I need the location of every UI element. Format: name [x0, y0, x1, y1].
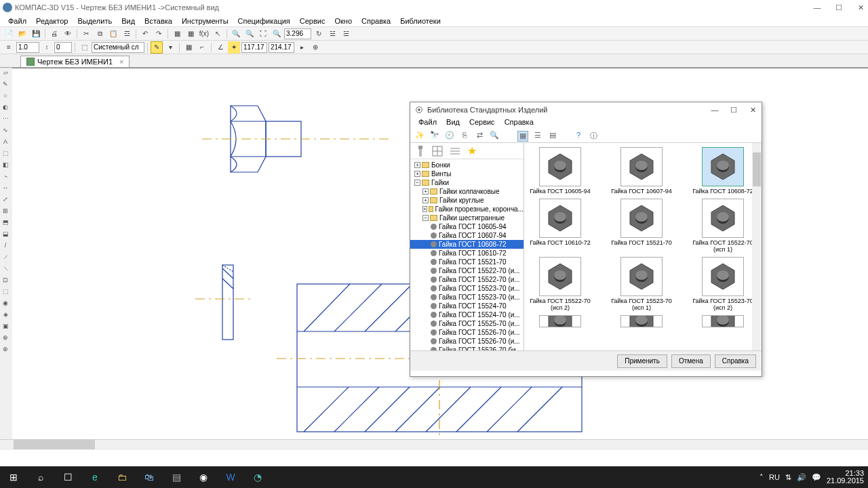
scrollbar-thumb[interactable] — [14, 440, 95, 449]
vtool-25[interactable]: ⊗ — [0, 346, 11, 357]
tree-row[interactable]: Гайка ГОСТ 15522-70 (и... — [410, 266, 524, 275]
tree-row[interactable]: Гайка ГОСТ 15523-70 (и... — [410, 293, 524, 302]
cursor-icon[interactable]: ↖ — [212, 28, 224, 40]
menu-libraries[interactable]: Библиотеки — [396, 16, 445, 26]
tree-row[interactable]: Гайка ГОСТ 15523-70 (и... — [410, 284, 524, 293]
tree-row[interactable]: Гайка ГОСТ 10607-94 — [410, 231, 524, 240]
gallery-item[interactable]: Гайка ГОСТ 15523-70 (исп 1) — [611, 257, 672, 311]
bolt-tab-icon[interactable] — [416, 145, 425, 157]
clock[interactable]: 21:33 21.09.2015 — [827, 470, 864, 485]
word-icon[interactable]: W — [217, 466, 244, 488]
tree-row[interactable]: +Винты — [410, 169, 524, 178]
refresh-icon[interactable]: ↻ — [313, 28, 325, 40]
tree-row[interactable]: Гайка ГОСТ 15521-70 — [410, 258, 524, 266]
tree-row[interactable]: +Гайки круглые — [410, 196, 524, 205]
view-list-icon[interactable]: ☰ — [532, 131, 543, 142]
menu-service[interactable]: Сервис — [296, 16, 330, 26]
gallery-item[interactable]: Гайка ГОСТ 10605-94 — [530, 147, 591, 195]
history-icon[interactable]: 🕘 — [444, 131, 455, 142]
vtool-4[interactable]: ◐ — [0, 104, 11, 115]
document-tab[interactable]: Чертеж БЕЗ ИМЕНИ1 × — [20, 56, 130, 67]
menu-help[interactable]: Справка — [357, 16, 395, 26]
vtool-11[interactable]: ↔ — [0, 184, 11, 195]
menu-tools[interactable]: Инструменты — [178, 16, 233, 26]
angle-icon[interactable]: ∠ — [214, 41, 226, 54]
gallery-item[interactable] — [530, 315, 591, 327]
tree-row[interactable]: Гайка ГОСТ 15522-70 (и... — [410, 275, 524, 284]
paste-icon[interactable]: 📋 — [107, 28, 119, 40]
gallery-item[interactable]: Гайка ГОСТ 10610-72 — [530, 199, 591, 253]
store-icon[interactable]: 🛍 — [136, 466, 163, 488]
vtool-13[interactable]: ⊞ — [0, 207, 11, 218]
vtool-16[interactable]: / — [0, 242, 11, 253]
menu-window[interactable]: Окно — [330, 16, 356, 26]
tree-row[interactable]: Гайка ГОСТ 10605-94 — [410, 222, 524, 231]
vtool-10[interactable]: ⍀ — [0, 173, 11, 184]
view-input[interactable] — [92, 42, 144, 53]
step-icon[interactable]: ↕ — [41, 41, 53, 54]
app1-icon[interactable]: ▤ — [163, 466, 190, 488]
vtool-15[interactable]: ⬓ — [0, 230, 11, 241]
vtool-3[interactable]: ○ — [0, 92, 11, 103]
grid2-icon[interactable]: ▦ — [184, 28, 197, 40]
undo-icon[interactable]: ↶ — [139, 28, 151, 40]
vtool-17[interactable]: ⟋ — [0, 253, 11, 264]
lib-menu-service[interactable]: Сервис — [465, 117, 499, 129]
menu-select[interactable]: Выделить — [73, 16, 116, 26]
info-icon[interactable]: ⓘ — [588, 131, 599, 142]
preview-icon[interactable]: 👁 — [62, 28, 74, 40]
vtool-8[interactable]: ⬚ — [0, 150, 11, 161]
gallery-item[interactable]: Гайка ГОСТ 15523-70 (исп 2) — [692, 257, 753, 311]
vtool-7[interactable]: A — [0, 138, 11, 149]
tree-row[interactable]: Гайка ГОСТ 15524-70 (и... — [410, 310, 524, 319]
gallery-item[interactable] — [692, 315, 753, 327]
gallery-item[interactable]: Гайка ГОСТ 15522-70 (исп 1) — [692, 199, 753, 253]
volume-icon[interactable]: 🔊 — [797, 473, 806, 482]
zoom-input[interactable] — [284, 28, 311, 39]
props-icon[interactable]: ☲ — [121, 28, 133, 40]
ref-icon[interactable]: ✦ — [228, 41, 240, 54]
ortho-icon[interactable]: ⌐ — [196, 41, 208, 54]
view-large-icon[interactable]: ▦ — [517, 131, 528, 142]
grid-snap-icon[interactable]: ▦ — [182, 41, 195, 54]
maximize-button[interactable]: ☐ — [834, 3, 844, 12]
y-input[interactable] — [269, 42, 294, 53]
save-icon[interactable]: 💾 — [30, 28, 42, 40]
insert-icon[interactable]: ⎘ — [459, 131, 470, 142]
vtool-2[interactable]: ✎ — [0, 81, 11, 92]
horizontal-scrollbar[interactable] — [0, 439, 868, 450]
star-tab-icon[interactable]: ★ — [467, 144, 477, 157]
tab-close-icon[interactable]: × — [119, 58, 123, 66]
menu-editor[interactable]: Редактор — [32, 16, 72, 26]
grid-tab-icon[interactable] — [432, 146, 443, 157]
start-button[interactable]: ⊞ — [0, 466, 27, 488]
vtool-21[interactable]: ◉ — [0, 300, 11, 310]
tree-row[interactable]: Гайка ГОСТ 15526-70 би... — [410, 346, 524, 350]
lang-indicator[interactable]: RU — [769, 473, 780, 481]
tree-row[interactable]: Гайка ГОСТ 15524-70 — [410, 302, 524, 310]
copy-icon[interactable]: ⧉ — [94, 28, 106, 40]
cancel-button[interactable]: Отмена — [671, 354, 711, 368]
lib-menu-view[interactable]: Вид — [442, 117, 464, 129]
tree-row[interactable]: Гайка ГОСТ 10608-72 — [410, 240, 524, 249]
tree-row[interactable]: +Гайки прорезные, коронча... — [410, 205, 524, 214]
highlight-icon[interactable]: ✎ — [151, 41, 163, 54]
tree-row[interactable]: Гайка ГОСТ 15525-70 (и... — [410, 319, 524, 328]
vtool-20[interactable]: ⬚ — [0, 288, 11, 299]
vtool-18[interactable]: ⟍ — [0, 265, 11, 276]
tree-row[interactable]: −Гайки — [410, 178, 524, 187]
tree-row[interactable]: +Гайки колпачковые — [410, 187, 524, 196]
vtool-24[interactable]: ⊕ — [0, 334, 11, 345]
binoculars-icon[interactable]: 🔭 — [429, 131, 440, 142]
lib-menu-help[interactable]: Справка — [500, 117, 538, 129]
network-icon[interactable]: ⇅ — [785, 473, 791, 482]
vtool-23[interactable]: ▣ — [0, 323, 11, 333]
redo-icon[interactable]: ↷ — [153, 28, 165, 40]
zoom-sel-icon[interactable]: 🔍 — [271, 28, 283, 40]
vtool-12[interactable]: ⤢ — [0, 196, 11, 207]
wand-icon[interactable]: ✨ — [414, 131, 425, 142]
vtool-5[interactable]: ⋯ — [0, 115, 11, 126]
edge-icon[interactable]: e — [81, 466, 108, 488]
scale-input[interactable] — [16, 42, 39, 53]
tree-row[interactable]: +Бонки — [410, 161, 524, 169]
